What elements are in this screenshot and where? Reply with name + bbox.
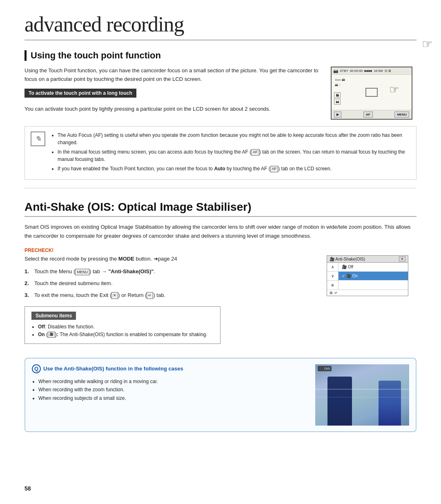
touch-point-intro: Using the Touch Point function, you can … [24, 67, 323, 84]
ois-content: PRECHECK! Select the record mode by pres… [24, 247, 416, 350]
antishake-item-off[interactable]: 🎥 Off [339, 263, 408, 272]
lcd-top-bar: 📷 STBY 00:00:00 ■■■■ 16:9M ⊡ ⊞ [332, 67, 412, 75]
lcd-bottom-bar: ▶ AF MENU [332, 110, 412, 119]
tips-list: When recording while walking or riding i… [32, 377, 309, 402]
lcd-body: 4sm 🏔 🏔 ↑ 🎬 📷 ☞ [332, 75, 412, 110]
antishake-ui: 🎥 Anti-Shake(OIS) ✕ ∧ ∨ ⊞ 🎥 Off ✓ [327, 255, 408, 296]
submenu-content: Off: Disables the function. On (🎥): The … [31, 323, 214, 339]
precheck-text: Select the record mode by pressing the M… [24, 256, 317, 262]
submenu-item-on: On (🎥): The Anti-Shake(OIS) function is … [38, 331, 214, 339]
camera-lcd: 📷 STBY 00:00:00 ■■■■ 16:9M ⊡ ⊞ 4sm 🏔 🏔 ↑… [331, 67, 412, 120]
tips-item-2: When recording with the zoom function. [38, 386, 309, 394]
step-2-num: 2. [24, 279, 31, 288]
section-divider-1 [24, 188, 416, 188]
tips-photo-area: 🎥 OIS [315, 364, 409, 426]
focus-box [365, 88, 378, 97]
tips-item-1: When recording while walking or riding i… [38, 377, 309, 386]
lcd-storage: ⊡ ⊞ [385, 69, 391, 73]
blur-line-1 [315, 389, 409, 390]
tips-header: Q Use the Anti-Shake(OIS) function in th… [32, 364, 309, 373]
antishake-extra-btn[interactable]: ⊞ [327, 281, 338, 290]
tips-header-text: Use the Anti-Shake(OIS) function in the … [43, 366, 183, 372]
step-3-text: To exit the menu, touch the Exit (✕) or … [34, 291, 165, 300]
submenu-item-off: Off: Disables the function. [38, 323, 214, 331]
antishake-items: 🎥 Off ✓ 🎥 On [339, 263, 408, 290]
lcd-time: 00:00:00 [350, 69, 363, 73]
lcd-left-icons: 4sm 🏔 🏔 ↑ [335, 78, 345, 87]
lcd-side-icons: 🎬 📷 [334, 92, 341, 105]
step-1-text: Touch the Menu (MENU) tab → "Anti-Shake(… [34, 268, 155, 276]
ois-heading: Anti-Shake (OIS: Optical Image Stabilise… [24, 201, 416, 217]
lcd-hd: 16:9M [374, 69, 383, 73]
lcd-menu-btn: MENU [394, 112, 409, 118]
lcd-af-btn: AF [363, 112, 373, 118]
note-item-1: The Auto Focus (AF) setting is useful wh… [58, 132, 410, 146]
lcd-battery: ■■■■ [364, 69, 372, 73]
page-title: advanced recording [24, 12, 416, 40]
ois-section: Anti-Shake (OIS: Optical Image Stabilise… [24, 201, 416, 432]
note-item-2: In the manual focus setting menu screen,… [58, 148, 410, 163]
ois-intro: Smart OIS improves on existing Optical I… [24, 223, 416, 241]
submenu-box: Submenu items Off: Disables the function… [24, 306, 220, 344]
antishake-on-check: ✓ [342, 274, 345, 278]
antishake-item-on[interactable]: ✓ 🎥 On [339, 272, 408, 281]
antishake-close: ✕ [399, 256, 405, 261]
person-1-silhouette [327, 377, 352, 426]
antishake-on-icon: 🎥 [346, 274, 351, 278]
step-1-num: 1. [24, 268, 31, 276]
lcd-icon-cam: 📷 [333, 69, 338, 73]
antishake-nav: ∧ ∨ ⊞ [327, 263, 339, 290]
person-2-silhouette [379, 381, 401, 426]
note-box: ✎ The Auto Focus (AF) setting is useful … [24, 126, 416, 180]
note-content: The Auto Focus (AF) setting is useful wh… [51, 132, 410, 174]
touch-point-heading: Using the touch point function [24, 50, 416, 61]
touch-point-text: Using the Touch Point function, you can … [24, 67, 323, 120]
note-item-3: If you have enabled the Touch Point func… [58, 165, 410, 172]
ois-right: 🎥 Anti-Shake(OIS) ✕ ∧ ∨ ⊞ 🎥 Off ✓ [327, 247, 416, 350]
tips-box: Q Use the Anti-Shake(OIS) function in th… [24, 358, 416, 432]
ois-badge: 🎥 OIS [318, 366, 332, 371]
lcd-stby: STBY [340, 69, 348, 73]
step-2: 2. Touch the desired submenu item. [24, 279, 317, 288]
antishake-footer-icon1: ⊞ [330, 291, 333, 295]
photo-scene [315, 364, 409, 426]
camera-lcd-image: 📷 STBY 00:00:00 ■■■■ 16:9M ⊡ ⊞ 4sm 🏔 🏔 ↑… [331, 67, 416, 120]
submenu-title: Submenu items [31, 312, 76, 320]
page-number: 58 [24, 485, 31, 492]
tips-item-3: When recording subjects of a small size. [38, 394, 309, 402]
antishake-hand-cursor: ☞ [422, 37, 433, 51]
blur-line-2 [315, 397, 409, 397]
touch-point-subheading: To activate the touch point with a long … [24, 89, 136, 98]
antishake-title-bar: 🎥 Anti-Shake(OIS) ✕ [327, 256, 408, 263]
antishake-off-icon: 🎥 [342, 265, 347, 269]
step-1: 1. Touch the Menu (MENU) tab → "Anti-Sha… [24, 268, 317, 276]
antishake-down-btn[interactable]: ∨ [327, 272, 338, 281]
antishake-footer-icon2: ↵ [334, 291, 338, 295]
tips-icon: Q [32, 364, 41, 373]
touch-point-body: You can activate touch point by lightly … [24, 105, 323, 114]
touch-cursor: ☞ [389, 83, 399, 96]
step-2-text: Touch the desired submenu item. [34, 279, 113, 288]
touch-point-section: Using the touch point function Using the… [24, 50, 416, 180]
ois-left: PRECHECK! Select the record mode by pres… [24, 247, 317, 350]
antishake-footer: ⊞ ↵ [327, 290, 408, 296]
antishake-title: 🎥 Anti-Shake(OIS) [330, 257, 365, 261]
precheck-link[interactable]: PRECHECK! [24, 248, 53, 253]
antishake-body: ∧ ∨ ⊞ 🎥 Off ✓ 🎥 On ☞ [327, 263, 408, 290]
lcd-play-btn: ▶ [334, 112, 341, 118]
tips-content: Q Use the Anti-Shake(OIS) function in th… [32, 364, 309, 426]
antishake-up-btn[interactable]: ∧ [327, 263, 338, 272]
steps: 1. Touch the Menu (MENU) tab → "Anti-Sha… [24, 268, 317, 299]
step-3: 3. To exit the menu, touch the Exit (✕) … [24, 291, 317, 300]
step-3-num: 3. [24, 291, 31, 300]
note-icon: ✎ [31, 132, 45, 146]
